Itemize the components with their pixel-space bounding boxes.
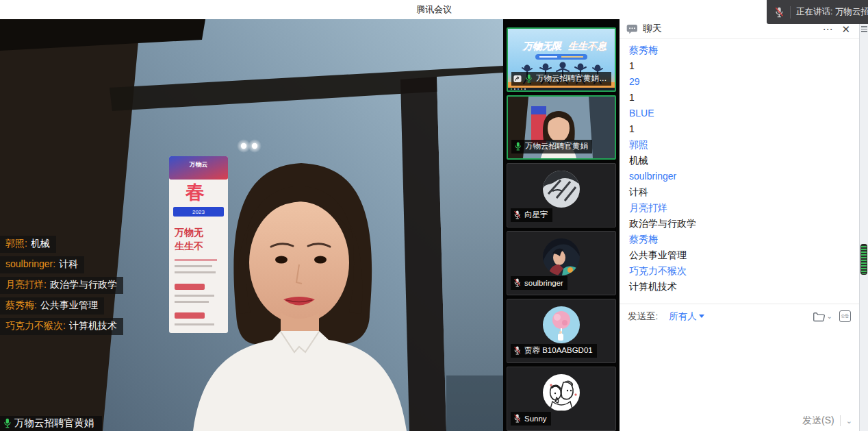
chat-message: 1 [629,121,850,137]
side-panel-edge [859,19,868,431]
chat-message: 1 [629,58,850,74]
mic-on-icon [513,141,522,151]
video-overlay-messages: 郭照:机械 soulbringer:计科 月亮打烊:政治学与行政学 蔡秀梅:公共… [0,236,123,338]
chat-sender: 蔡秀梅 [629,232,850,247]
mic-muted-icon [513,413,522,423]
menu-icon[interactable] [861,26,867,32]
folder-icon [813,311,826,322]
chevron-down-icon: ⌄ [827,312,832,320]
chat-sender: 巧克力不猴次 [629,263,850,279]
toast-divider [790,6,791,19]
overlay-message: 蔡秀梅:公共事业管理 [0,297,104,315]
screen-share-icon [513,75,522,83]
svg-text:春: 春 [185,182,205,203]
meeting-window: 腾讯会议 正在讲话: 万物云招聘 [0,0,868,431]
overlay-message: 月亮打烊:政治学与行政学 [0,277,123,294]
thumbnail-label: Sunny [511,412,551,426]
chat-bubble-icon [626,24,638,34]
svg-text:万物云: 万物云 [189,161,208,168]
speaker-video-frame: 万物云 春 2023 万物无 生生不 [0,19,503,431]
avatar [543,171,580,208]
chat-message: 计算机技术 [629,279,850,295]
chevron-down-icon [699,315,704,318]
thumbnail-screen-share[interactable]: 万物无限 生生不息 [507,27,616,92]
thumbnail-participant[interactable]: Sunny [507,367,616,431]
scrollbar-thumb[interactable] [860,244,867,275]
chat-send-toolbar: 发送至: 所有人 ⌄ 公告 [620,304,859,328]
speaking-toast: 正在讲话: 万物云招聘 [767,0,868,24]
main-video-stage[interactable]: 万物云 春 2023 万物无 生生不 [0,19,503,431]
overlay-message: 郭照:机械 [0,236,56,253]
chat-sender: soulbringer [629,169,850,184]
chat-message: 公共事业管理 [629,247,850,263]
chat-message: 机械 [629,153,850,169]
avatar [543,238,580,275]
chat-title: 聊天 [643,23,815,35]
send-to-label: 发送至: [628,310,658,323]
mic-muted-icon [513,210,522,220]
window-title: 腾讯会议 [416,3,452,16]
chat-sender: 29 [629,74,850,90]
svg-text:生生不息: 生生不息 [568,40,607,51]
chat-message-input[interactable] [620,328,859,410]
chat-send-row: 发送(S) ⌄ [620,410,859,431]
svg-text:生生不: 生生不 [174,241,203,251]
svg-text:万物无: 万物无 [174,227,204,238]
mic-muted-icon [774,6,784,19]
recruitment-poster: 万物云 春 2023 万物无 生生不 [169,156,228,333]
mic-on-icon [2,417,12,429]
thumbnail-label: soulbringer [511,276,567,290]
send-button[interactable]: 发送(S) [802,415,834,427]
thumbnail-label: 万物云招聘官黄娟的... [511,72,611,86]
chat-panel: 聊天 ⋯ ✕ 蔡秀梅 1 29 1 BLUE 1 郭照 机械 soulbring… [620,19,859,431]
svg-text:2023: 2023 [192,209,205,215]
avatar [543,374,580,411]
speaker-name-tag: 万物云招聘官黄娟 [0,416,102,431]
announcement-button[interactable]: 公告 [839,310,851,322]
shared-screen-taskbar [508,88,615,90]
chat-message: 1 [629,90,850,106]
participant-thumbnails: 万物无限 生生不息 [503,19,620,431]
chat-message-list[interactable]: 蔡秀梅 1 29 1 BLUE 1 郭照 机械 soulbringer 计科 月… [620,39,859,304]
chat-sender: BLUE [629,106,850,121]
mic-muted-icon [513,345,522,356]
chat-close-button[interactable]: ✕ [839,24,852,34]
thumbnail-participant[interactable]: 贾蓉 B10AABGD01 [507,299,616,363]
chat-message: 政治学与行政学 [629,216,850,232]
file-folder-button[interactable]: ⌄ [813,311,832,322]
thumbnail-label: 向星宇 [511,208,552,222]
thumbnail-participant[interactable]: soulbringer [507,231,616,295]
send-options-button[interactable]: ⌄ [846,417,852,426]
mic-on-icon [524,73,533,84]
chat-message: 计科 [629,184,850,200]
avatar [543,306,580,343]
chat-more-button[interactable]: ⋯ [820,24,834,34]
send-to-dropdown[interactable]: 所有人 [669,310,704,323]
chat-sender: 郭照 [629,137,850,153]
overlay-message: soulbringer:计科 [0,256,84,273]
thumbnail-participant[interactable]: 向星宇 [507,163,616,227]
thumbnail-label: 贾蓉 B10AABGD01 [511,344,597,358]
thumbnail-label: 万物云招聘官黄娟 [511,140,592,153]
title-bar: 腾讯会议 [0,0,868,19]
speaking-toast-text: 正在讲话: 万物云招聘 [796,6,868,18]
send-divider [840,415,841,426]
chat-sender: 蔡秀梅 [629,42,850,58]
thumbnail-camera-speaker[interactable]: 万物云招聘官黄娟 [507,95,616,160]
overlay-message: 巧克力不猴次:计算机技术 [0,318,123,335]
mic-muted-icon [513,278,522,288]
svg-text:万物无限: 万物无限 [522,40,562,51]
chat-sender: 月亮打烊 [629,200,850,216]
